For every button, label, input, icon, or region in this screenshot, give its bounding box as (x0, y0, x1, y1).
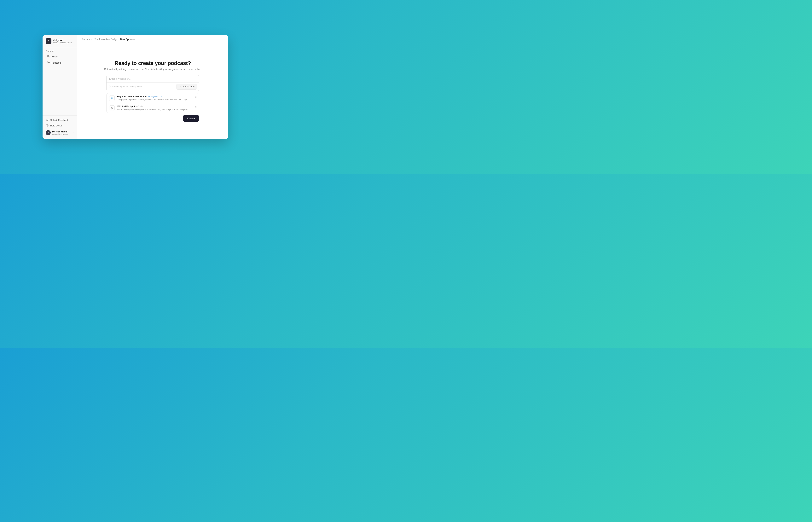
sources-list: Jellypod - AI Podcast Studio https://jel… (106, 93, 199, 113)
sidebar-item-hosts-label: Hosts (52, 55, 58, 58)
app-tagline: Your AI Podcast Studio (53, 42, 72, 44)
web-source-icon (109, 96, 115, 101)
sidebar-logo: J Jellypod Your AI Podcast Studio (43, 35, 77, 47)
url-input-wrapper: More Integrations Coming Soon ＋ Add Sour… (106, 75, 199, 91)
main-content: Podcasts › The Innovation Bridge › New E… (77, 35, 228, 139)
help-icon (46, 124, 49, 127)
plus-icon: ＋ (179, 85, 182, 88)
section-label-platform: Platform (43, 47, 77, 53)
app-name: Jellypod (53, 39, 72, 42)
sidebar: J Jellypod Your AI Podcast Studio Platfo… (43, 35, 77, 139)
breadcrumb-podcasts[interactable]: Podcasts (82, 38, 92, 41)
breadcrumb: Podcasts › The Innovation Bridge › New E… (77, 35, 228, 42)
svg-point-0 (47, 55, 48, 56)
url-input[interactable] (109, 78, 196, 80)
source-2-desc: A PDF detailing the development of SPEAR… (117, 108, 190, 111)
sidebar-bottom: Submit Feedback Help Center PM Pierson (43, 116, 77, 139)
user-row[interactable]: PM Pierson Marks pierson@jellypod.ai ⌃ (44, 129, 76, 137)
add-source-label: Add Source (182, 85, 195, 88)
source-item-pdf: 2302.03540v1.pdf 0.5 MB A PDF detailing … (106, 103, 199, 113)
source-1-close-button[interactable]: × (195, 95, 197, 99)
breadcrumb-innovation-bridge[interactable]: The Innovation Bridge (95, 38, 117, 41)
create-row: Create (106, 115, 199, 122)
source-item-web: Jellypod - AI Podcast Studio https://jel… (106, 93, 199, 103)
pdf-source-icon (109, 105, 115, 111)
hosts-icon (47, 55, 50, 58)
user-avatar: PM (46, 130, 50, 135)
breadcrumb-sep-2: › (118, 38, 119, 40)
sidebar-item-feedback[interactable]: Submit Feedback (44, 118, 76, 123)
create-button[interactable]: Create (183, 115, 199, 122)
integrations-label: More Integrations Coming Soon (108, 85, 142, 88)
hero-subtitle: Get started by adding a source and our A… (104, 68, 201, 71)
breadcrumb-new-episode: New Episode (120, 38, 135, 41)
feedback-label: Submit Feedback (50, 119, 68, 122)
main-body: Ready to create your podcast? Get starte… (77, 42, 228, 139)
source-1-url: https://jellypod.ai (148, 96, 162, 98)
sidebar-nav: Platform Hosts (43, 47, 77, 116)
breadcrumb-sep-1: › (93, 38, 94, 40)
feedback-icon (46, 119, 49, 122)
add-source-button[interactable]: ＋ Add Source (177, 84, 197, 89)
source-1-name: Jellypod - AI Podcast Studio (117, 95, 146, 98)
source-2-name: 2302.03540v1.pdf (117, 105, 135, 107)
source-2-close-button[interactable]: × (195, 105, 197, 109)
hero-title: Ready to create your podcast? (115, 60, 191, 66)
podcasts-icon (47, 61, 50, 64)
sidebar-item-podcasts-label: Podcasts (52, 61, 61, 64)
clip-icon (108, 85, 111, 88)
user-name: Pierson Marks (52, 130, 71, 133)
user-email: pierson@jellypod.ai (52, 133, 71, 135)
source-1-desc: Design your AI podcast's hosts, sources,… (117, 98, 190, 101)
sidebar-item-podcasts[interactable]: Podcasts (44, 60, 76, 66)
svg-point-1 (48, 62, 48, 63)
user-chevron-icon: ⌃ (72, 132, 74, 134)
help-label: Help Center (50, 124, 63, 127)
sidebar-item-help[interactable]: Help Center (44, 123, 76, 128)
app-window: J Jellypod Your AI Podcast Studio Platfo… (43, 35, 228, 139)
sidebar-item-hosts[interactable]: Hosts (44, 54, 76, 60)
source-2-size: 0.5 MB (137, 105, 143, 107)
logo-icon: J (46, 38, 52, 44)
